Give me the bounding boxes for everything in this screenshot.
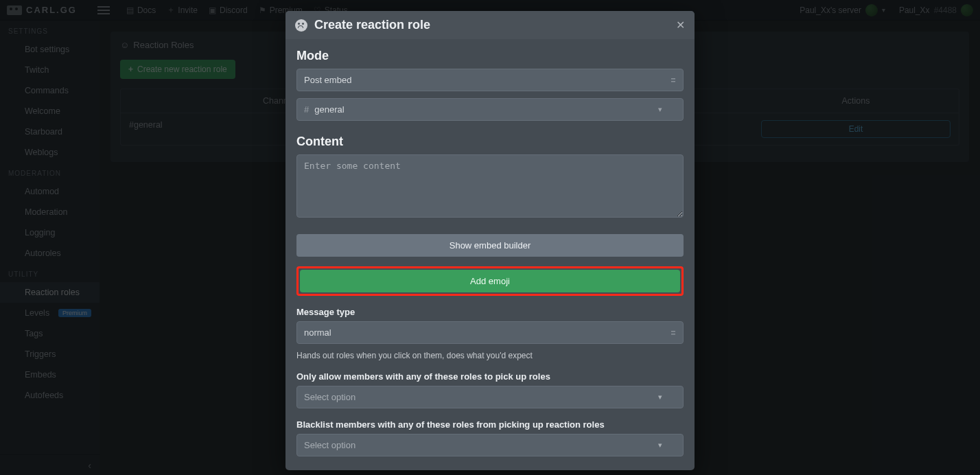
sad-face-icon bbox=[295, 19, 307, 32]
content-section-title: Content bbox=[296, 135, 684, 149]
create-reaction-role-modal: Create reaction role ✕ Mode Post embed #… bbox=[285, 11, 695, 470]
chevron-down-icon: ▾ bbox=[658, 105, 662, 114]
add-emoji-button[interactable]: Add emoji bbox=[300, 270, 680, 292]
modal-title: Create reaction role bbox=[314, 18, 430, 32]
modal-body: Mode Post embed # general ▾ Content Show… bbox=[285, 39, 695, 470]
blacklist-label: Blacklist members with any of these role… bbox=[296, 419, 684, 430]
mode-select-wrap: Post embed bbox=[296, 69, 684, 91]
message-type-select-wrap: normal bbox=[296, 321, 684, 344]
channel-value: general bbox=[314, 104, 344, 115]
close-icon[interactable]: ✕ bbox=[676, 19, 685, 32]
hash-icon: # bbox=[304, 104, 309, 115]
whitelist-label: Only allow members with any of these rol… bbox=[296, 371, 684, 382]
blacklist-select[interactable]: Select option ▾ bbox=[296, 434, 684, 456]
whitelist-placeholder: Select option bbox=[304, 392, 355, 402]
channel-dropdown[interactable]: # general ▾ bbox=[296, 98, 684, 121]
show-embed-builder-button[interactable]: Show embed builder bbox=[296, 234, 684, 257]
message-type-help: Hands out roles when you click on them, … bbox=[296, 351, 684, 360]
chevron-down-icon: ▾ bbox=[658, 393, 662, 402]
blacklist-placeholder: Select option bbox=[304, 440, 355, 450]
content-textarea[interactable] bbox=[296, 154, 684, 218]
chevron-down-icon: ▾ bbox=[658, 441, 662, 450]
message-type-label: Message type bbox=[296, 307, 684, 317]
mode-select[interactable]: Post embed bbox=[296, 69, 684, 91]
mode-section-title: Mode bbox=[296, 49, 684, 63]
message-type-select[interactable]: normal bbox=[296, 321, 684, 344]
add-emoji-highlight: Add emoji bbox=[296, 266, 684, 296]
whitelist-select[interactable]: Select option ▾ bbox=[296, 386, 684, 408]
modal-header: Create reaction role ✕ bbox=[285, 11, 695, 39]
